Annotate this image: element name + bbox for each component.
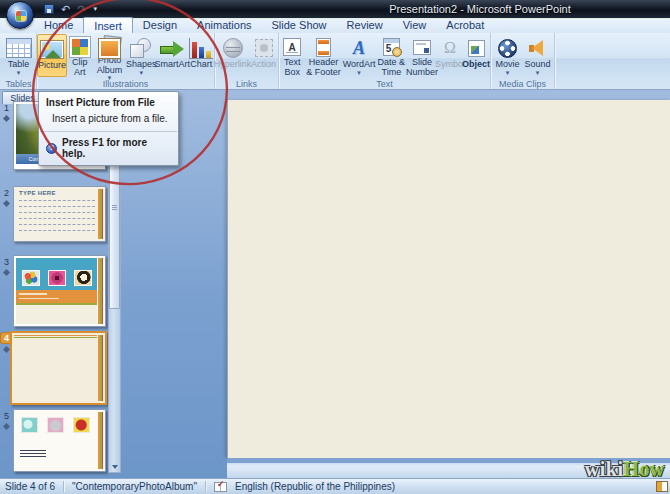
object-icon bbox=[468, 40, 485, 57]
fit-slide-button[interactable] bbox=[656, 481, 668, 492]
status-divider bbox=[205, 481, 206, 492]
tab-review[interactable]: Review bbox=[337, 18, 393, 33]
slide-editing-canvas[interactable] bbox=[227, 100, 670, 458]
quick-access-toolbar: ↶ ↷ ▾ bbox=[44, 2, 97, 16]
button-label: Chart bbox=[190, 60, 212, 70]
button-label: Photo Album bbox=[93, 56, 127, 75]
tab-slide-show[interactable]: Slide Show bbox=[262, 18, 337, 33]
status-bar: Slide 4 of 6 "ContemporaryPhotoAlbum" ✓ … bbox=[0, 478, 670, 494]
tooltip-help-text: Press F1 for more help. bbox=[62, 137, 171, 159]
slide-number-icon bbox=[413, 40, 431, 55]
undo-icon[interactable]: ↶ bbox=[61, 3, 70, 15]
tab-home[interactable]: Home bbox=[34, 18, 83, 33]
shapes-button[interactable]: Shapes ▾ bbox=[126, 34, 156, 77]
watermark-how: How bbox=[624, 458, 666, 480]
help-icon: ? bbox=[46, 143, 57, 154]
arrow-down-icon bbox=[112, 465, 118, 469]
insert-picture-tooltip: Insert Picture from File Insert a pictur… bbox=[38, 91, 179, 166]
slide-thumbnail-4-selected[interactable] bbox=[10, 331, 107, 405]
ribbon-group-media-clips: Movie ▾ Sound ▾ Media Clips bbox=[491, 33, 555, 89]
slide-thumbnail-2[interactable]: TYPE HERE bbox=[13, 186, 106, 242]
tab-animations[interactable]: Animations bbox=[187, 18, 261, 33]
smartart-button[interactable]: SmartArt bbox=[156, 34, 188, 77]
slide-3-orange-band bbox=[16, 290, 97, 303]
slide-thumbnail-5[interactable] bbox=[13, 409, 106, 472]
title-bar: Presentation2 - Microsoft PowerPoint bbox=[0, 0, 670, 18]
transition-star-icon bbox=[3, 346, 10, 353]
glass-photo bbox=[21, 417, 38, 433]
watermark-wiki: wiki bbox=[585, 458, 624, 480]
spell-check-icon[interactable]: ✓ bbox=[214, 482, 227, 492]
customize-qat-icon[interactable]: ▾ bbox=[93, 5, 97, 13]
movie-button[interactable]: Movie ▾ bbox=[493, 34, 523, 77]
slide-number-label: 1 bbox=[1, 103, 12, 113]
clip-art-button[interactable]: Clip Art bbox=[67, 34, 93, 77]
wordart-button[interactable]: A WordArt ▾ bbox=[342, 34, 377, 77]
dropdown-arrow-icon: ▾ bbox=[506, 70, 510, 76]
transition-star-icon bbox=[3, 200, 10, 207]
hyperlink-button: Hyperlink bbox=[216, 34, 250, 77]
slide-top-stripes bbox=[14, 335, 97, 338]
sound-button[interactable]: Sound ▾ bbox=[523, 34, 553, 77]
clip-art-icon bbox=[70, 37, 90, 57]
ribbon-group-tables: Table ▾ Tables bbox=[1, 33, 37, 89]
slide-number-label: 3 bbox=[1, 257, 12, 267]
slide-number-label: 2 bbox=[1, 188, 12, 198]
button-label: Text Box bbox=[279, 58, 305, 77]
smartart-icon bbox=[160, 38, 184, 58]
shapes-icon bbox=[129, 38, 153, 58]
chart-button[interactable]: Chart bbox=[188, 34, 214, 77]
tab-view[interactable]: View bbox=[393, 18, 437, 33]
dropdown-arrow-icon: ▾ bbox=[357, 70, 361, 76]
date-time-button[interactable]: 5 Date & Time bbox=[377, 34, 406, 77]
transition-star-icon bbox=[3, 115, 10, 122]
dropdown-arrow-icon: ▾ bbox=[140, 70, 144, 76]
group-label-media-clips: Media Clips bbox=[491, 79, 554, 89]
button-label: Date & Time bbox=[377, 58, 406, 77]
scroll-down-button[interactable] bbox=[109, 461, 120, 472]
header-footer-button[interactable]: Header & Footer bbox=[305, 34, 341, 77]
language-indicator[interactable]: English (Republic of the Philippines) bbox=[235, 481, 395, 492]
hat-photo bbox=[73, 417, 90, 433]
picture-button[interactable]: Picture bbox=[37, 34, 67, 77]
photo-album-button[interactable]: Photo Album ▾ bbox=[93, 34, 127, 77]
tab-design[interactable]: Design bbox=[133, 18, 187, 33]
object-button[interactable]: Object bbox=[462, 34, 490, 77]
status-divider bbox=[63, 481, 64, 492]
slide-3-bottom bbox=[16, 305, 97, 324]
sound-icon bbox=[528, 38, 548, 58]
picture-icon bbox=[40, 40, 64, 59]
slide-edge-stripes bbox=[98, 412, 103, 469]
slide-number-button[interactable]: Slide Number bbox=[406, 34, 438, 77]
theme-name[interactable]: "ContemporaryPhotoAlbum" bbox=[72, 481, 197, 492]
action-icon bbox=[255, 39, 273, 57]
button-label: Action bbox=[251, 60, 276, 70]
group-label-links: Links bbox=[215, 79, 278, 89]
group-label-illustrations: Illustrations bbox=[37, 79, 214, 89]
action-button: Action bbox=[250, 34, 278, 77]
tab-acrobat[interactable]: Acrobat bbox=[436, 18, 494, 33]
text-box-button[interactable]: A Text Box bbox=[279, 34, 305, 77]
flower-photo bbox=[48, 270, 66, 286]
slide-thumbnail-3[interactable] bbox=[13, 255, 106, 327]
button-label: Clip Art bbox=[67, 58, 93, 77]
office-button[interactable] bbox=[6, 1, 34, 29]
table-button[interactable]: Table ▾ bbox=[3, 34, 35, 77]
photo-album-icon bbox=[98, 36, 122, 56]
slide-2-content: TYPE HERE bbox=[14, 187, 105, 241]
check-mark-icon: ✓ bbox=[217, 479, 225, 489]
button-label: Symbol bbox=[435, 60, 465, 70]
symbol-icon: Ω bbox=[444, 39, 456, 57]
tooltip-title: Insert Picture from File bbox=[39, 92, 178, 111]
text-box-icon: A bbox=[283, 38, 301, 56]
save-icon[interactable] bbox=[44, 4, 54, 14]
slide-edge-stripes bbox=[98, 258, 103, 324]
hyperlink-icon bbox=[223, 38, 243, 58]
button-label: Slide Number bbox=[406, 58, 438, 77]
tab-insert[interactable]: Insert bbox=[83, 17, 133, 33]
table-icon bbox=[6, 38, 32, 58]
wordart-icon: A bbox=[353, 39, 365, 57]
slide-position-indicator: Slide 4 of 6 bbox=[5, 481, 55, 492]
slide-body-lines bbox=[19, 200, 95, 236]
ribbon-group-text: A Text Box Header & Footer A WordArt ▾ 5… bbox=[279, 33, 491, 89]
